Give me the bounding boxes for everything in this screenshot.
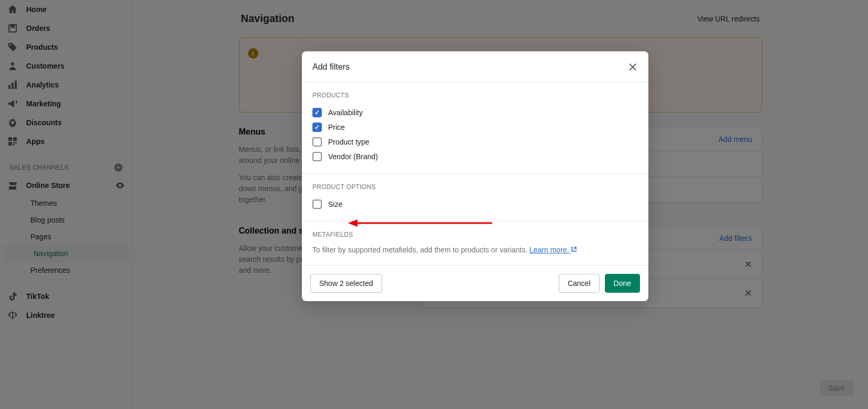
checkbox-label: Product type — [328, 138, 370, 146]
modal-footer: Show 2 selected Cancel Done — [302, 265, 648, 301]
external-link-icon — [571, 246, 577, 252]
checkbox-label: Price — [328, 123, 345, 131]
learn-more-link[interactable]: Learn more. — [529, 246, 577, 254]
checkbox-row-availability[interactable]: Availability — [312, 105, 638, 120]
modal-body: PRODUCTS Availability Price Product type… — [302, 82, 648, 265]
group-label: METAFIELDS — [312, 231, 638, 238]
modal-title: Add filters — [312, 62, 350, 72]
show-selected-button[interactable]: Show 2 selected — [310, 274, 382, 293]
checkbox-row-product-type[interactable]: Product type — [312, 135, 638, 149]
checkbox[interactable] — [312, 200, 322, 209]
checkbox-label: Availability — [328, 108, 363, 117]
checkbox-row-size[interactable]: Size — [312, 197, 638, 212]
add-filters-modal: Add filters PRODUCTS Availability Price … — [302, 51, 648, 301]
checkbox-row-vendor[interactable]: Vendor (Brand) — [312, 149, 638, 164]
checkbox[interactable] — [312, 152, 322, 161]
metafields-text: To filter by supported metafields, add t… — [312, 245, 638, 256]
modal-header: Add filters — [302, 51, 648, 82]
group-label: PRODUCTS — [312, 92, 638, 99]
cancel-button[interactable]: Cancel — [559, 274, 600, 293]
checkbox[interactable] — [312, 108, 322, 117]
done-button[interactable]: Done — [605, 274, 640, 293]
checkbox-label: Vendor (Brand) — [328, 152, 378, 161]
checkbox-row-price[interactable]: Price — [312, 120, 638, 135]
close-icon[interactable] — [627, 62, 638, 72]
checkbox[interactable] — [312, 123, 322, 132]
metafields-group: METAFIELDS To filter by supported metafi… — [302, 222, 648, 265]
product-options-group: PRODUCT OPTIONS Size — [302, 174, 648, 222]
checkbox[interactable] — [312, 137, 322, 147]
products-group: PRODUCTS Availability Price Product type… — [302, 82, 648, 174]
checkbox-label: Size — [328, 200, 342, 208]
group-label: PRODUCT OPTIONS — [312, 183, 638, 191]
